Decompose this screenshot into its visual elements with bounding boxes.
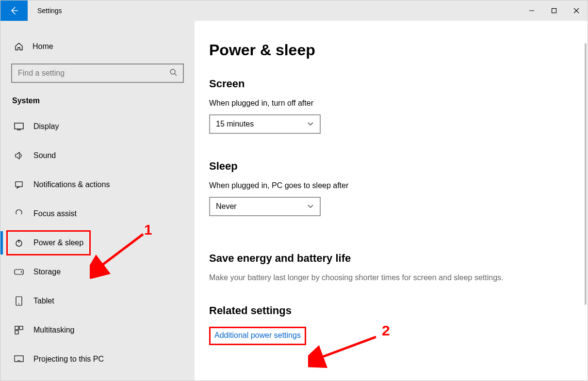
sound-icon [14,151,24,160]
sidebar-item-label: Projecting to this PC [33,355,104,364]
screen-heading: Screen [209,78,588,90]
sleep-heading: Sleep [209,160,588,173]
svg-line-3 [175,74,177,76]
search-field[interactable] [18,69,169,78]
sidebar-item-display[interactable]: Display [0,112,195,141]
sidebar-item-label: Notifications & actions [33,180,110,189]
sidebar: Home System Display Sound [0,21,195,381]
svg-rect-6 [16,182,22,187]
tablet-icon [14,296,24,306]
sidebar-item-sound[interactable]: Sound [0,141,195,170]
titlebar: Settings [0,0,588,21]
search-icon [169,68,177,78]
screen-off-value: 15 minutes [216,120,254,128]
energy-description: Make your battery last longer by choosin… [209,273,588,282]
close-icon [573,8,579,14]
sidebar-nav: Display Sound Notifications & actions Fo… [0,112,195,374]
annotation-highlight-2: Additional power settings [209,327,306,345]
svg-point-10 [21,271,22,272]
storage-icon [14,267,24,277]
maximize-button[interactable] [543,0,565,21]
annotation-number-2: 2 [382,322,390,339]
sidebar-item-focus-assist[interactable]: Focus assist [0,199,195,228]
sidebar-home-label: Home [33,42,53,51]
annotation-arrow-2 [308,330,386,369]
sleep-value: Never [216,202,237,211]
svg-rect-13 [15,326,18,330]
svg-rect-4 [15,123,23,129]
sidebar-item-label: Storage [33,268,61,276]
settings-window: Settings Home [0,0,588,381]
svg-point-12 [18,303,19,304]
sidebar-group-label: System [0,83,195,112]
sidebar-item-tablet[interactable]: Tablet [0,286,195,316]
main-content: Power & sleep Screen When plugged in, tu… [195,21,588,381]
scrollbar[interactable] [585,43,587,305]
window-title: Settings [28,0,62,21]
svg-rect-14 [19,326,23,330]
page-title: Power & sleep [209,41,588,59]
screen-off-select[interactable]: 15 minutes [209,114,321,134]
sidebar-item-notifications[interactable]: Notifications & actions [0,170,195,199]
sidebar-item-multitasking[interactable]: Multitasking [0,316,195,345]
window-controls [521,0,588,21]
focus-assist-icon [14,209,24,219]
power-icon [14,238,24,248]
minimize-button[interactable] [521,0,543,21]
svg-point-2 [170,69,175,74]
projecting-icon [14,354,24,364]
sidebar-item-power-sleep[interactable]: Power & sleep [0,228,195,257]
arrow-left-icon [9,6,19,16]
sidebar-item-projecting[interactable]: Projecting to this PC [0,345,195,374]
svg-rect-9 [15,270,23,274]
sidebar-home[interactable]: Home [0,35,195,58]
additional-power-settings-link[interactable]: Additional power settings [214,330,301,341]
sidebar-item-label: Display [33,122,59,131]
search-input[interactable] [11,64,184,83]
sleep-label: When plugged in, PC goes to sleep after [209,181,588,190]
svg-line-18 [319,337,376,358]
sidebar-item-label: Multitasking [33,326,74,334]
notifications-icon [14,180,24,190]
svg-rect-16 [15,356,23,362]
sidebar-item-label: Tablet [33,297,54,305]
sidebar-item-storage[interactable]: Storage [0,257,195,286]
svg-rect-1 [552,9,556,13]
close-button[interactable] [565,0,588,21]
home-icon [14,42,24,51]
screen-off-label: When plugged in, turn off after [209,99,588,108]
svg-rect-15 [15,331,18,334]
display-icon [14,122,24,131]
related-heading: Related settings [209,304,588,317]
chevron-down-icon [307,120,314,128]
maximize-icon [551,8,557,14]
sleep-select[interactable]: Never [209,197,321,216]
minimize-icon [529,8,535,14]
sidebar-item-label: Focus assist [33,209,77,218]
sidebar-item-label: Sound [33,151,56,160]
back-button[interactable] [0,0,28,21]
chevron-down-icon [307,202,314,211]
energy-heading: Save energy and battery life [209,252,588,265]
sidebar-item-label: Power & sleep [33,238,83,247]
multitasking-icon [14,325,24,335]
